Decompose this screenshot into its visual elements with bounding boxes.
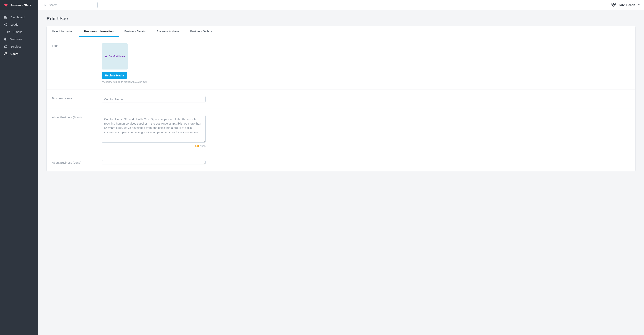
sidebar-item-label: Leads [10,23,18,26]
globe-icon [4,37,8,41]
chevron-down-icon [638,3,640,6]
svg-point-10 [5,52,6,54]
profile-name: John Health [618,3,635,6]
business-name-label: Business Name [52,96,92,100]
search-icon [44,3,47,7]
page-title: Edit User [46,16,636,22]
char-count-current: 287 [195,145,200,148]
search-wrap [42,2,98,8]
char-count-max: 300 [201,145,206,148]
tab-business-gallery[interactable]: Business Gallery [185,26,217,37]
briefcase-icon [4,45,8,48]
about-long-label: About Business (Long) [52,160,92,164]
sidebar-item-emails[interactable]: Emails [0,28,38,36]
business-name-input[interactable] [102,96,206,102]
logo-preview: Comfort Home [102,43,128,70]
svg-rect-9 [4,46,7,48]
heartbeat-icon [611,2,616,8]
smiley-icon [4,23,8,26]
brand[interactable]: Presence Stars [0,0,38,10]
replace-media-button[interactable]: Replace Media [102,72,127,79]
svg-point-12 [44,4,46,6]
tab-business-address[interactable]: Business Address [151,26,185,37]
logo-label: Logo [52,43,92,47]
char-count-sep: / [199,145,201,148]
svg-rect-1 [6,16,7,17]
svg-point-11 [6,52,7,54]
search-input[interactable] [42,2,98,8]
tab-user-information[interactable]: User Information [46,26,79,37]
topbar: John Health [38,0,644,10]
char-counter: 287 / 300 [102,145,206,148]
sidebar-item-dashboard[interactable]: Dashboard [0,14,38,21]
sidebar-item-leads[interactable]: Leads [0,21,38,28]
sidebar-item-websites[interactable]: Websites [0,36,38,43]
sidebar: Presence Stars Dashboard Leads Emails [0,0,38,335]
svg-rect-3 [6,18,7,18]
users-icon [4,52,8,56]
form-card: User Information Business Information Bu… [46,26,636,171]
about-long-textarea[interactable] [102,160,206,164]
sidebar-item-label: Dashboard [10,16,24,19]
svg-rect-2 [4,18,6,18]
sidebar-item-services[interactable]: Services [0,43,38,50]
content: Edit User User Information Business Info… [38,10,644,177]
tab-business-details[interactable]: Business Details [119,26,151,37]
sidebar-nav: Dashboard Leads Emails Websites [0,10,38,61]
star-icon [4,3,8,7]
svg-point-5 [5,24,6,24]
sidebar-item-label: Users [10,52,18,56]
logo-text: Comfort Home [109,55,125,58]
sidebar-item-label: Services [10,45,22,48]
sidebar-item-label: Websites [10,38,22,41]
svg-point-4 [4,23,7,26]
brand-name: Presence Stars [10,4,31,7]
tab-business-information[interactable]: Business Information [79,26,119,37]
logo-image: Comfort Home [104,55,125,58]
mail-icon [7,30,11,34]
about-short-label: About Business (Short) [52,115,92,119]
about-short-textarea[interactable] [102,115,206,143]
svg-rect-0 [4,16,6,17]
dashboard-icon [4,16,8,19]
tabs: User Information Business Information Bu… [46,26,635,37]
logo-hint: The image should be maximum 5 Mb in size [102,81,206,83]
sidebar-item-users[interactable]: Users [0,50,38,57]
sidebar-item-label: Emails [14,30,22,34]
profile-menu[interactable]: John Health [611,2,640,8]
